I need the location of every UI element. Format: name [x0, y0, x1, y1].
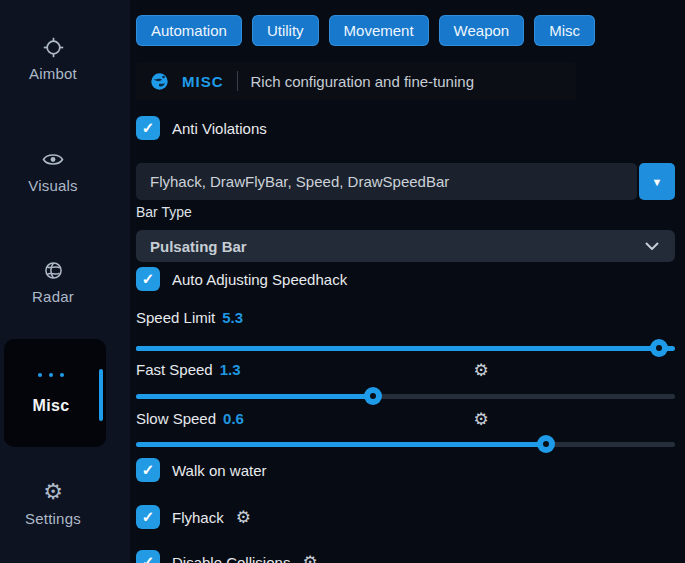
chevron-down-icon	[645, 242, 659, 250]
sidebar-item-label: Visuals	[28, 177, 77, 194]
section-header: MISC Rich configuration and fine-tuning	[136, 62, 576, 100]
tab-automation[interactable]: Automation	[136, 15, 242, 46]
checkbox-flyhack[interactable]: ✓ Flyhack ⚙	[136, 505, 251, 529]
dropdown-button[interactable]: ▼	[639, 163, 675, 200]
divider	[237, 71, 238, 91]
tab-utility[interactable]: Utility	[252, 15, 319, 46]
fast-speed-slider[interactable]	[136, 387, 675, 405]
checkbox-label: Flyhack	[172, 509, 224, 526]
active-indicator	[99, 369, 103, 421]
globe-icon	[150, 72, 169, 91]
slider-thumb[interactable]	[537, 435, 555, 453]
checkbox-checked-icon[interactable]: ✓	[136, 267, 160, 291]
triangle-down-icon: ▼	[652, 176, 663, 188]
checkbox-checked-icon[interactable]: ✓	[136, 505, 160, 529]
sidebar: Aimbot Visuals Radar	[0, 0, 130, 563]
category-tabs: Automation Utility Movement Weapon Misc	[136, 15, 595, 46]
speed-limit-label: Speed Limit 5.3	[136, 309, 243, 326]
ellipsis-icon	[4, 373, 98, 377]
speed-limit-value: 5.3	[222, 309, 243, 326]
checkbox-label: Auto Adjusting Speedhack	[172, 271, 347, 288]
gear-icon: ⚙	[42, 481, 64, 503]
section-title: MISC	[182, 73, 224, 90]
checkbox-auto-adjusting-speedhack[interactable]: ✓ Auto Adjusting Speedhack	[136, 267, 347, 291]
sidebar-item-label: Misc	[4, 397, 98, 415]
section-subtitle: Rich configuration and fine-tuning	[251, 73, 474, 90]
tab-weapon[interactable]: Weapon	[439, 15, 525, 46]
checkbox-label: Walk on water	[172, 462, 266, 479]
checkbox-label: Disable Collisions	[172, 554, 290, 563]
slow-speed-gear-icon[interactable]: ⚙	[472, 411, 490, 429]
checkbox-label: Anti Violations	[172, 120, 267, 137]
checkbox-checked-icon[interactable]: ✓	[136, 458, 160, 482]
slider-thumb[interactable]	[364, 387, 382, 405]
select-value: Pulsating Bar	[150, 238, 645, 255]
sidebar-item-radar[interactable]: Radar	[0, 259, 106, 305]
bar-type-label: Bar Type	[136, 204, 192, 220]
flyhack-gear-icon[interactable]: ⚙	[236, 509, 251, 526]
tab-movement[interactable]: Movement	[329, 15, 429, 46]
slow-speed-value: 0.6	[223, 410, 244, 427]
fast-speed-value: 1.3	[220, 361, 241, 378]
flags-multiselect[interactable]: Flyhack, DrawFlyBar, Speed, DrawSpeedBar…	[136, 163, 675, 200]
fast-speed-label: Fast Speed 1.3	[136, 361, 241, 378]
bar-type-select[interactable]: Pulsating Bar	[136, 230, 675, 262]
checkbox-walk-on-water[interactable]: ✓ Walk on water	[136, 458, 266, 482]
cheat-menu-window: Aimbot Visuals Radar	[0, 0, 685, 563]
globe-icon	[42, 259, 64, 281]
sidebar-item-misc[interactable]: Misc	[4, 339, 106, 447]
tab-misc[interactable]: Misc	[534, 15, 595, 46]
slider-thumb[interactable]	[650, 339, 668, 357]
multiselect-value[interactable]: Flyhack, DrawFlyBar, Speed, DrawSpeedBar	[136, 163, 637, 200]
checkbox-checked-icon[interactable]: ✓	[136, 550, 160, 563]
sidebar-item-visuals[interactable]: Visuals	[0, 148, 106, 194]
sidebar-item-aimbot[interactable]: Aimbot	[0, 36, 106, 82]
checkbox-disable-collisions[interactable]: ✓ Disable Collisions ⚙	[136, 550, 318, 563]
slow-speed-slider[interactable]	[136, 435, 675, 453]
sidebar-item-label: Aimbot	[29, 65, 77, 82]
sidebar-item-label: Settings	[25, 510, 81, 527]
fast-speed-gear-icon[interactable]: ⚙	[472, 362, 490, 380]
eye-icon	[42, 148, 64, 170]
sidebar-item-settings[interactable]: ⚙ Settings	[0, 481, 106, 527]
checkbox-anti-violations[interactable]: ✓ Anti Violations	[136, 116, 267, 140]
crosshair-icon	[42, 36, 64, 58]
disable-collisions-gear-icon[interactable]: ⚙	[302, 554, 317, 563]
sidebar-item-label: Radar	[32, 288, 74, 305]
speed-limit-slider[interactable]	[136, 339, 675, 357]
checkbox-checked-icon[interactable]: ✓	[136, 116, 160, 140]
slow-speed-label: Slow Speed 0.6	[136, 410, 244, 427]
